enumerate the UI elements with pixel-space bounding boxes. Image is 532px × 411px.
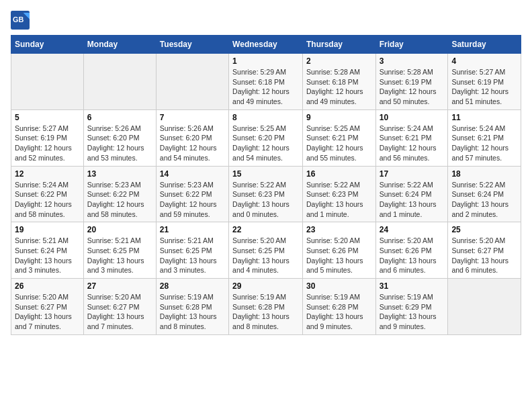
day-number: 13 <box>87 169 152 179</box>
day-info: Sunrise: 5:19 AM Sunset: 6:29 PM Dayligh… <box>380 292 445 332</box>
weekday-header-thursday: Thursday <box>302 36 375 54</box>
day-info: Sunrise: 5:20 AM Sunset: 6:27 PM Dayligh… <box>15 292 80 332</box>
day-info: Sunrise: 5:22 AM Sunset: 6:24 PM Dayligh… <box>380 180 445 220</box>
calendar-cell: 31Sunrise: 5:19 AM Sunset: 6:29 PM Dayli… <box>375 279 448 335</box>
day-number: 31 <box>380 281 445 291</box>
logo: GB <box>11 11 32 30</box>
calendar-cell: 13Sunrise: 5:23 AM Sunset: 6:22 PM Dayli… <box>83 166 156 222</box>
day-number: 19 <box>15 225 80 234</box>
day-info: Sunrise: 5:26 AM Sunset: 6:20 PM Dayligh… <box>87 124 152 163</box>
day-number: 9 <box>306 113 372 122</box>
calendar-cell: 16Sunrise: 5:22 AM Sunset: 6:23 PM Dayli… <box>302 166 375 222</box>
day-number: 17 <box>380 169 445 179</box>
day-info: Sunrise: 5:20 AM Sunset: 6:26 PM Dayligh… <box>306 236 372 275</box>
calendar-cell: 27Sunrise: 5:20 AM Sunset: 6:27 PM Dayli… <box>83 279 156 335</box>
day-info: Sunrise: 5:22 AM Sunset: 6:23 PM Dayligh… <box>232 180 299 220</box>
day-info: Sunrise: 5:19 AM Sunset: 6:28 PM Dayligh… <box>160 292 225 332</box>
calendar-cell: 29Sunrise: 5:19 AM Sunset: 6:28 PM Dayli… <box>229 279 303 335</box>
day-number: 26 <box>15 281 80 291</box>
day-info: Sunrise: 5:21 AM Sunset: 6:24 PM Dayligh… <box>15 236 80 275</box>
svg-text:GB: GB <box>13 15 24 24</box>
calendar-cell: 12Sunrise: 5:24 AM Sunset: 6:22 PM Dayli… <box>11 166 84 222</box>
day-info: Sunrise: 5:26 AM Sunset: 6:20 PM Dayligh… <box>160 124 225 163</box>
day-info: Sunrise: 5:22 AM Sunset: 6:23 PM Dayligh… <box>306 180 372 220</box>
day-info: Sunrise: 5:22 AM Sunset: 6:24 PM Dayligh… <box>451 180 517 220</box>
calendar-cell: 8Sunrise: 5:25 AM Sunset: 6:20 PM Daylig… <box>229 109 303 166</box>
calendar-cell: 14Sunrise: 5:23 AM Sunset: 6:22 PM Dayli… <box>156 166 228 222</box>
day-number: 3 <box>380 56 445 66</box>
day-info: Sunrise: 5:20 AM Sunset: 6:25 PM Dayligh… <box>232 236 299 275</box>
calendar-cell: 22Sunrise: 5:20 AM Sunset: 6:25 PM Dayli… <box>229 222 303 279</box>
weekday-header-friday: Friday <box>375 36 448 54</box>
calendar-cell: 2Sunrise: 5:28 AM Sunset: 6:18 PM Daylig… <box>302 54 375 110</box>
day-info: Sunrise: 5:24 AM Sunset: 6:22 PM Dayligh… <box>15 180 80 220</box>
day-number: 27 <box>87 281 152 291</box>
day-number: 5 <box>15 113 80 122</box>
day-info: Sunrise: 5:20 AM Sunset: 6:27 PM Dayligh… <box>451 236 517 275</box>
day-info: Sunrise: 5:28 AM Sunset: 6:19 PM Dayligh… <box>380 67 445 107</box>
day-info: Sunrise: 5:25 AM Sunset: 6:21 PM Dayligh… <box>306 124 372 163</box>
day-info: Sunrise: 5:21 AM Sunset: 6:25 PM Dayligh… <box>87 236 152 275</box>
calendar-cell: 5Sunrise: 5:27 AM Sunset: 6:19 PM Daylig… <box>11 109 84 166</box>
calendar-cell: 20Sunrise: 5:21 AM Sunset: 6:25 PM Dayli… <box>83 222 156 279</box>
logo-icon: GB <box>11 11 30 30</box>
calendar-week-row: 12Sunrise: 5:24 AM Sunset: 6:22 PM Dayli… <box>11 166 521 222</box>
calendar-cell: 15Sunrise: 5:22 AM Sunset: 6:23 PM Dayli… <box>229 166 303 222</box>
calendar-cell: 4Sunrise: 5:27 AM Sunset: 6:19 PM Daylig… <box>448 54 521 110</box>
calendar-cell: 7Sunrise: 5:26 AM Sunset: 6:20 PM Daylig… <box>156 109 228 166</box>
calendar-cell: 28Sunrise: 5:19 AM Sunset: 6:28 PM Dayli… <box>156 279 228 335</box>
page-header: GB <box>11 11 521 30</box>
day-number: 24 <box>380 225 445 234</box>
day-number: 29 <box>232 281 299 291</box>
calendar-week-row: 5Sunrise: 5:27 AM Sunset: 6:19 PM Daylig… <box>11 109 521 166</box>
calendar-cell: 21Sunrise: 5:21 AM Sunset: 6:25 PM Dayli… <box>156 222 228 279</box>
weekday-header-sunday: Sunday <box>11 36 84 54</box>
calendar-cell: 26Sunrise: 5:20 AM Sunset: 6:27 PM Dayli… <box>11 279 84 335</box>
day-number: 1 <box>232 56 299 66</box>
day-number: 10 <box>380 113 445 122</box>
day-number: 15 <box>232 169 299 179</box>
calendar-cell <box>156 54 228 110</box>
calendar-cell: 3Sunrise: 5:28 AM Sunset: 6:19 PM Daylig… <box>375 54 448 110</box>
day-info: Sunrise: 5:27 AM Sunset: 6:19 PM Dayligh… <box>451 67 517 107</box>
day-info: Sunrise: 5:25 AM Sunset: 6:20 PM Dayligh… <box>232 124 299 163</box>
calendar-cell: 1Sunrise: 5:29 AM Sunset: 6:18 PM Daylig… <box>229 54 303 110</box>
day-number: 8 <box>232 113 299 122</box>
calendar-cell: 17Sunrise: 5:22 AM Sunset: 6:24 PM Dayli… <box>375 166 448 222</box>
day-number: 23 <box>306 225 372 234</box>
calendar-week-row: 19Sunrise: 5:21 AM Sunset: 6:24 PM Dayli… <box>11 222 521 279</box>
day-info: Sunrise: 5:29 AM Sunset: 6:18 PM Dayligh… <box>232 67 299 107</box>
day-number: 16 <box>306 169 372 179</box>
calendar-cell: 11Sunrise: 5:24 AM Sunset: 6:21 PM Dayli… <box>448 109 521 166</box>
calendar-week-row: 26Sunrise: 5:20 AM Sunset: 6:27 PM Dayli… <box>11 279 521 335</box>
day-number: 6 <box>87 113 152 122</box>
calendar-table: SundayMondayTuesdayWednesdayThursdayFrid… <box>11 35 521 335</box>
weekday-header-tuesday: Tuesday <box>156 36 228 54</box>
day-number: 20 <box>87 225 152 234</box>
day-info: Sunrise: 5:24 AM Sunset: 6:21 PM Dayligh… <box>451 124 517 163</box>
weekday-header-saturday: Saturday <box>448 36 521 54</box>
weekday-header-row: SundayMondayTuesdayWednesdayThursdayFrid… <box>11 36 521 54</box>
day-info: Sunrise: 5:28 AM Sunset: 6:18 PM Dayligh… <box>306 67 372 107</box>
calendar-cell: 18Sunrise: 5:22 AM Sunset: 6:24 PM Dayli… <box>448 166 521 222</box>
day-info: Sunrise: 5:27 AM Sunset: 6:19 PM Dayligh… <box>15 124 80 163</box>
day-number: 25 <box>451 225 517 234</box>
calendar-cell: 6Sunrise: 5:26 AM Sunset: 6:20 PM Daylig… <box>83 109 156 166</box>
weekday-header-monday: Monday <box>83 36 156 54</box>
day-number: 18 <box>451 169 517 179</box>
day-number: 12 <box>15 169 80 179</box>
day-info: Sunrise: 5:24 AM Sunset: 6:21 PM Dayligh… <box>380 124 445 163</box>
calendar-cell: 30Sunrise: 5:19 AM Sunset: 6:28 PM Dayli… <box>302 279 375 335</box>
day-number: 30 <box>306 281 372 291</box>
day-info: Sunrise: 5:19 AM Sunset: 6:28 PM Dayligh… <box>232 292 299 332</box>
calendar-cell <box>83 54 156 110</box>
calendar-cell: 24Sunrise: 5:20 AM Sunset: 6:26 PM Dayli… <box>375 222 448 279</box>
calendar-cell: 19Sunrise: 5:21 AM Sunset: 6:24 PM Dayli… <box>11 222 84 279</box>
day-info: Sunrise: 5:21 AM Sunset: 6:25 PM Dayligh… <box>160 236 225 275</box>
weekday-header-wednesday: Wednesday <box>229 36 303 54</box>
calendar-cell <box>11 54 84 110</box>
day-number: 14 <box>160 169 225 179</box>
day-number: 28 <box>160 281 225 291</box>
day-info: Sunrise: 5:20 AM Sunset: 6:26 PM Dayligh… <box>380 236 445 275</box>
day-info: Sunrise: 5:20 AM Sunset: 6:27 PM Dayligh… <box>87 292 152 332</box>
